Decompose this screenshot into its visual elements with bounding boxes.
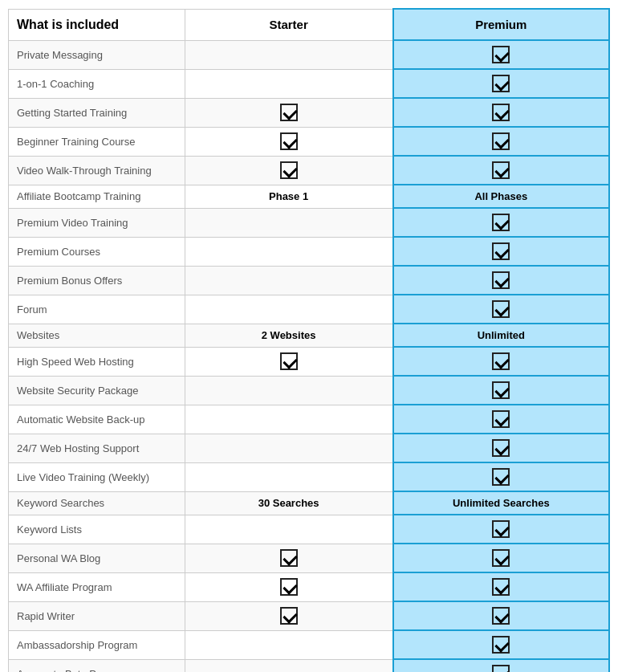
premium-value: All Phases <box>474 190 527 202</box>
starter-cell <box>185 405 392 434</box>
starter-cell <box>185 40 392 69</box>
feature-cell: Premium Courses <box>9 237 185 266</box>
table-row: WA Affiliate Program <box>9 572 610 601</box>
check-icon <box>280 607 298 625</box>
feature-cell: High Speed Web Hosting <box>9 347 185 376</box>
feature-cell: Getting Started Training <box>9 98 185 127</box>
feature-cell: Live Video Training (Weekly) <box>9 462 185 491</box>
check-icon <box>492 132 510 150</box>
starter-cell <box>185 544 392 572</box>
starter-cell <box>185 237 392 266</box>
premium-cell <box>393 156 609 185</box>
premium-cell <box>393 208 609 237</box>
feature-cell: Premium Bonus Offers <box>9 266 185 295</box>
starter-cell <box>185 376 392 405</box>
feature-cell: Personal WA Blog <box>9 544 185 572</box>
feature-cell: Beginner Training Course <box>9 127 185 156</box>
check-icon <box>280 578 298 596</box>
starter-cell <box>185 127 392 156</box>
feature-cell: Automatic Website Back-up <box>9 405 185 434</box>
check-icon <box>492 549 510 567</box>
starter-value: Phase 1 <box>269 190 308 202</box>
table-row: Personal WA Blog <box>9 544 610 572</box>
check-icon <box>492 161 510 179</box>
table-row: Website Security Package <box>9 376 610 405</box>
check-icon <box>492 214 510 231</box>
premium-cell <box>393 462 609 491</box>
feature-cell: Keyword Lists <box>9 515 185 544</box>
table-row: Premium Courses <box>9 237 610 266</box>
table-row: Automatic Website Back-up <box>9 405 610 434</box>
starter-cell <box>185 630 392 659</box>
table-row: Keyword Lists <box>9 515 610 544</box>
premium-cell: Unlimited <box>393 324 609 347</box>
feature-cell: Keyword Searches <box>9 491 185 515</box>
check-icon <box>492 75 510 92</box>
premium-cell <box>393 405 609 434</box>
check-icon <box>492 352 510 370</box>
premium-cell: Unlimited Searches <box>393 491 609 515</box>
premium-cell <box>393 630 609 659</box>
check-icon <box>280 161 298 179</box>
premium-cell <box>393 266 609 295</box>
feature-cell: Affiliate Bootcamp Training <box>9 185 185 208</box>
starter-cell <box>185 266 392 295</box>
feature-cell: Rapid Writer <box>9 601 185 630</box>
table-row: Forum <box>9 295 610 324</box>
table-row: Ambassadorship Program <box>9 630 610 659</box>
starter-cell <box>185 434 392 462</box>
feature-cell: 24/7 Web Hosting Support <box>9 434 185 462</box>
starter-cell <box>185 347 392 376</box>
premium-cell <box>393 98 609 127</box>
check-icon <box>492 636 510 654</box>
premium-cell <box>393 40 609 69</box>
premium-cell <box>393 376 609 405</box>
feature-cell: 1-on-1 Coaching <box>9 69 185 98</box>
check-icon <box>492 104 510 121</box>
starter-cell: 30 Searches <box>185 491 392 515</box>
feature-cell: Forum <box>9 295 185 324</box>
starter-cell: 2 Websites <box>185 324 392 347</box>
check-icon <box>280 132 298 150</box>
table-row: Beginner Training Course <box>9 127 610 156</box>
feature-cell: Private Messaging <box>9 40 185 69</box>
check-icon <box>492 439 510 457</box>
feature-cell: Website Security Package <box>9 376 185 405</box>
check-icon <box>280 549 298 567</box>
premium-cell <box>393 544 609 572</box>
table-row: 24/7 Web Hosting Support <box>9 434 610 462</box>
check-icon <box>492 300 510 318</box>
feature-header: What is included <box>9 9 185 40</box>
feature-cell: Websites <box>9 324 185 347</box>
starter-value: 30 Searches <box>258 497 319 509</box>
check-icon <box>492 468 510 486</box>
premium-cell <box>393 69 609 98</box>
table-row: High Speed Web Hosting <box>9 347 610 376</box>
table-row: Keyword Searches30 SearchesUnlimited Sea… <box>9 491 610 515</box>
table-row: Affiliate Bootcamp TrainingPhase 1All Ph… <box>9 185 610 208</box>
check-icon <box>492 46 510 63</box>
starter-cell <box>185 601 392 630</box>
starter-cell <box>185 208 392 237</box>
starter-cell <box>185 515 392 544</box>
starter-cell <box>185 572 392 601</box>
table-row: Getting Started Training <box>9 98 610 127</box>
starter-header: Starter <box>185 9 392 40</box>
table-row: Rapid Writer <box>9 601 610 630</box>
table-row: Premium Video Training <box>9 208 610 237</box>
check-icon <box>492 381 510 399</box>
starter-cell <box>185 69 392 98</box>
table-row: Live Video Training (Weekly) <box>9 462 610 491</box>
premium-cell <box>393 434 609 462</box>
starter-cell <box>185 295 392 324</box>
premium-cell <box>393 601 609 630</box>
feature-cell: WA Affiliate Program <box>9 572 185 601</box>
feature-cell: Premium Video Training <box>9 208 185 237</box>
check-icon <box>492 520 510 538</box>
premium-cell <box>393 127 609 156</box>
check-icon <box>492 607 510 625</box>
comparison-table: What is included Starter Premium Private… <box>8 8 610 672</box>
table-row: Video Walk-Through Training <box>9 156 610 185</box>
table-row: Access to Beta Programs <box>9 659 610 672</box>
check-icon <box>492 410 510 428</box>
